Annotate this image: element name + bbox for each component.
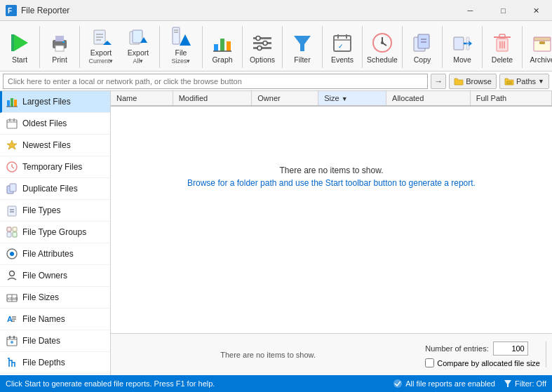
checkmark-icon [393,379,403,388]
start-button[interactable]: Start [3,26,36,68]
filter-button[interactable]: Filter [285,26,319,68]
sidebar-item-file-type-groups[interactable]: File Type Groups [0,222,110,243]
svg-rect-65 [7,120,17,128]
sidebar: Largest FilesOldest FilesNewest FilesTem… [0,91,111,375]
toolbar-group-start: Start [3,26,40,68]
sidebar-label-file-type-groups: File Type Groups [22,227,86,237]
sidebar-icon-file-type-groups [6,226,18,238]
print-button[interactable]: Print [43,26,76,68]
empty-state: There are no items to show. Browse for a… [111,107,552,247]
sidebar-label-duplicate-files: Duplicate Files [22,184,78,194]
filter-status-icon [504,379,512,388]
svg-rect-25 [253,42,271,44]
go-button[interactable]: → [431,74,446,89]
col-header-allocated[interactable]: Allocated [386,91,471,106]
filter-icon [291,32,314,54]
svg-rect-78 [7,232,11,237]
svg-rect-60 [506,83,512,84]
delete-button[interactable]: Delete [485,26,519,68]
svg-rect-74 [10,184,16,191]
col-header-size[interactable]: Size▼ [318,91,386,106]
schedule-button[interactable]: Schedule [365,26,399,68]
close-button[interactable]: ✕ [520,0,552,21]
col-header-fullpath[interactable]: Full Path [470,91,551,106]
svg-point-39 [381,41,384,44]
sidebar-label-oldest-files: Oldest Files [22,119,67,128]
col-header-owner[interactable]: Owner [252,91,318,106]
svg-rect-63 [14,100,17,107]
folder-icon [454,76,464,86]
svg-point-98 [393,379,402,388]
maximize-button[interactable]: □ [487,0,519,21]
toolbar-group-options: Options [245,26,283,68]
sidebar-icon-file-names: A [6,313,18,325]
entry-count-input[interactable] [493,342,528,356]
export-current-icon [90,27,112,47]
svg-marker-69 [7,140,17,149]
sidebar-label-file-types: File Types [22,205,60,215]
svg-rect-80 [7,227,11,231]
status-left-text: Click Start to generate enabled file rep… [6,379,387,388]
svg-point-27 [256,36,260,41]
move-button[interactable]: Move [445,26,479,68]
toolbar-group-events: ✓ Events [325,26,363,68]
sidebar-item-duplicate-files[interactable]: Duplicate Files [0,178,110,200]
events-icon: ✓ [331,32,354,54]
table-header: NameModifiedOwnerSize▼AllocatedFull Path [111,91,552,106]
title-bar: F File Reporter ─ □ ✕ [0,0,552,21]
col-header-modified[interactable]: Modified [173,91,252,106]
svg-rect-20 [214,44,218,51]
sidebar-label-file-depths: File Depths [22,358,65,367]
start-icon [8,32,31,54]
entry-count-row: Number of entries: [425,342,540,356]
schedule-icon [371,32,393,54]
sidebar-label-file-sizes: File Sizes [22,292,59,302]
address-bar: → Browse Paths ▼ [0,72,552,91]
sidebar-item-file-owners[interactable]: File Owners [0,265,110,287]
archive-button[interactable]: Archive [525,26,552,68]
sidebar-label-file-names: File Names [22,314,65,324]
sidebar-item-temporary-files[interactable]: Temporary Files [0,156,110,178]
compare-checkbox[interactable] [425,358,434,367]
options-button[interactable]: Options [245,26,279,68]
minimize-button[interactable]: ─ [455,0,486,21]
toolbar-group-filter: Filter [285,26,323,68]
toolbar-group-schedule: Schedule [365,26,403,68]
export-current-button[interactable]: Export Current▾ [83,26,119,68]
events-button[interactable]: ✓ Events [325,26,359,68]
address-input[interactable] [3,74,428,89]
sidebar-item-file-names[interactable]: AFile Names [0,309,110,330]
toolbar-group-copy: Copy [405,26,443,68]
browse-button[interactable]: Browse [449,74,497,89]
svg-point-84 [10,271,15,276]
copy-button[interactable]: Copy [405,26,439,68]
file-table[interactable]: NameModifiedOwnerSize▼AllocatedFull Path… [111,91,552,333]
svg-point-28 [263,41,267,46]
sidebar-icon-file-dates [6,334,18,347]
svg-rect-56 [539,41,545,44]
sidebar-item-oldest-files[interactable]: Oldest Files [0,113,110,135]
sidebar-item-file-attributes[interactable]: File Attributes [0,243,110,265]
paths-button[interactable]: Paths ▼ [499,74,549,89]
bottom-controls: Number of entries: Compare by allocated … [425,342,546,367]
sidebar-icon-duplicate-files [6,182,18,195]
graph-button[interactable]: Graph [206,26,239,68]
sidebar-item-file-sizes[interactable]: KBMBFile Sizes [0,287,110,309]
compare-checkbox-row: Compare by allocated file size [425,358,540,367]
sidebar-label-largest-files: Largest Files [22,97,71,107]
all-reports-text: All file reports are enabled [405,379,495,388]
sidebar-item-file-types[interactable]: File Types [0,200,110,222]
print-icon [48,32,71,54]
sidebar-item-file-depths[interactable]: File Depths [0,352,110,374]
app-icon: F [6,5,17,16]
status-bar: Click Start to generate enabled file rep… [0,375,552,392]
sidebar-item-file-dates[interactable]: File Dates [0,330,110,352]
sidebar-icon-file-depths [6,356,18,369]
col-header-name[interactable]: Name [111,91,173,106]
toolbar-group-move: Move [445,26,483,68]
sidebar-icon-largest-files [6,95,18,108]
sidebar-item-newest-files[interactable]: Newest Files [0,135,110,156]
sidebar-item-largest-files[interactable]: Largest Files [0,91,110,113]
export-all-button[interactable]: Export All▾ [120,26,156,68]
file-sizes-button[interactable]: File Sizes▾ [163,26,199,68]
